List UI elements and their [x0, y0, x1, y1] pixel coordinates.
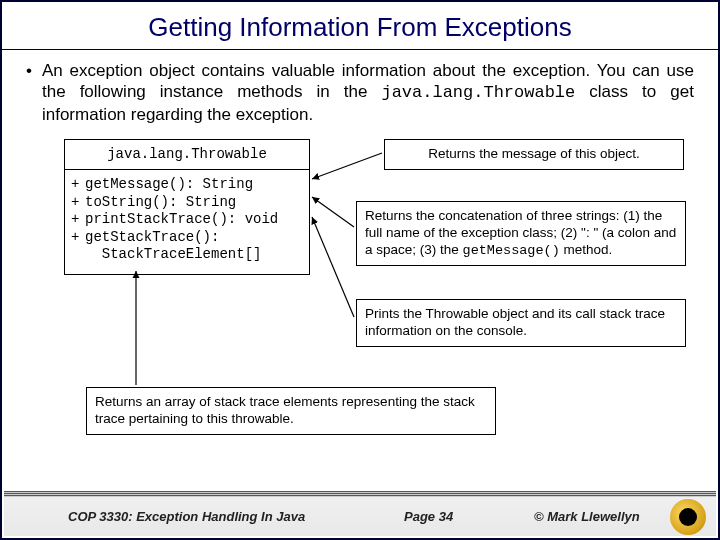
uml-plus: +: [71, 211, 85, 229]
uml-signature: StackTraceElement[]: [85, 246, 303, 264]
bullet-item: • An exception object contains valuable …: [26, 60, 694, 125]
diagram-area: java.lang.Throwable + getMessage(): Stri…: [26, 139, 694, 459]
uml-plus: +: [71, 194, 85, 212]
uml-method-row: StackTraceElement[]: [71, 246, 303, 264]
desc-mono: getMessage(): [463, 243, 560, 258]
footer-copyright: © Mark Llewellyn: [534, 509, 640, 524]
uml-plus: +: [71, 176, 85, 194]
desc-getmessage: Returns the message of this object.: [384, 139, 684, 170]
slide-body: • An exception object contains valuable …: [2, 50, 718, 459]
desc-getstacktrace: Returns an array of stack trace elements…: [86, 387, 496, 435]
uml-method-row: + getStackTrace():: [71, 229, 303, 247]
desc-tostring: Returns the concatenation of three strin…: [356, 201, 686, 267]
uml-class-methods: + getMessage(): String + toString(): Str…: [65, 170, 309, 274]
ucf-logo-icon: [670, 499, 706, 535]
uml-method-row: + getMessage(): String: [71, 176, 303, 194]
uml-signature: printStackTrace(): void: [85, 211, 303, 229]
uml-signature: getMessage(): String: [85, 176, 303, 194]
slide-title-bar: Getting Information From Exceptions: [2, 2, 718, 50]
uml-signature: getStackTrace():: [85, 229, 303, 247]
footer-course: COP 3330: Exception Handling In Java: [68, 509, 305, 524]
arrow-line: [312, 197, 354, 227]
uml-method-row: + toString(): String: [71, 194, 303, 212]
arrow-line: [312, 153, 382, 179]
arrow-line: [312, 217, 354, 317]
slide-title: Getting Information From Exceptions: [2, 12, 718, 43]
uml-class-box: java.lang.Throwable + getMessage(): Stri…: [64, 139, 310, 275]
bullet-mono: java.lang.Throwable: [381, 83, 575, 102]
uml-signature: toString(): String: [85, 194, 303, 212]
bullet-dot: •: [26, 60, 32, 125]
slide-footer: COP 3330: Exception Handling In Java Pag…: [4, 496, 716, 536]
footer-stripes: [4, 491, 716, 497]
bullet-text: An exception object contains valuable in…: [42, 60, 694, 125]
desc-printstacktrace: Prints the Throwable object and its call…: [356, 299, 686, 347]
footer-page: Page 34: [404, 509, 453, 524]
uml-method-row: + printStackTrace(): void: [71, 211, 303, 229]
logo-inner: [679, 508, 697, 526]
uml-class-name: java.lang.Throwable: [65, 140, 309, 171]
uml-plus: +: [71, 229, 85, 247]
uml-plus: [71, 246, 85, 264]
desc-text: method.: [560, 242, 613, 257]
